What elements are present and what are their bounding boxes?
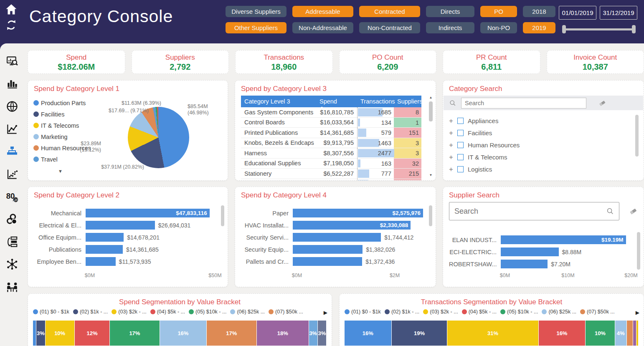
table-row[interactable]: Printed Publications$14,361,685 579 151 [241, 128, 421, 138]
tree-item-facilities[interactable]: +Facilities [449, 127, 520, 139]
segment[interactable]: 12% [75, 321, 110, 346]
category-search-input[interactable] [461, 98, 586, 109]
checkbox[interactable] [457, 154, 464, 160]
segment[interactable]: 16% [160, 321, 207, 346]
scroll-up-icon[interactable]: ▲ [428, 96, 434, 99]
table-row[interactable]: Cleaning Supplies$6,043,253 733 433 [241, 179, 421, 181]
segment[interactable]: 16% [345, 321, 392, 346]
grouped-circles-icon[interactable] [6, 213, 18, 225]
segment[interactable]: 19% [392, 321, 448, 346]
segment[interactable] [636, 321, 639, 346]
globe-icon[interactable] [6, 100, 18, 113]
slider-handle-right[interactable] [632, 25, 636, 33]
scroll-thumb[interactable] [429, 101, 433, 121]
tree-item-appliances[interactable]: +Appliances [449, 115, 520, 127]
bar[interactable] [86, 233, 124, 242]
segment[interactable]: 3% [318, 321, 327, 346]
segment[interactable]: 3% [309, 321, 318, 346]
bar[interactable] [501, 260, 548, 268]
checkbox[interactable] [457, 166, 464, 172]
table-row[interactable]: Stationery$6,522,287 777 215 [241, 169, 421, 179]
slider-handle-left[interactable] [562, 25, 566, 33]
expand-icon[interactable]: + [449, 153, 457, 162]
bar[interactable] [293, 257, 362, 266]
table-row[interactable]: Harness$8,307,556 2477 3 [241, 148, 421, 159]
segment[interactable]: 10% [46, 321, 75, 346]
search-icon[interactable] [606, 207, 615, 216]
pareto-80-20-icon[interactable]: 80 20 [6, 190, 18, 203]
expand-icon[interactable]: + [449, 117, 457, 125]
legend-item[interactable]: (04) $5k - ... [150, 309, 185, 315]
checkbox[interactable] [457, 118, 464, 124]
bar[interactable] [86, 257, 116, 266]
filter-non-po[interactable]: Non-PO [480, 22, 517, 33]
bar[interactable] [86, 245, 123, 254]
legend-item[interactable]: (02) $1k - ... [73, 309, 108, 315]
legend-item[interactable]: (02) $1k - ... [385, 309, 419, 315]
legend-item[interactable]: IT & Telecoms [33, 120, 91, 131]
legend-item[interactable]: (01) $0 - $1k [345, 309, 381, 315]
date-from-input[interactable] [559, 6, 596, 20]
bar-chart-icon[interactable] [6, 78, 18, 90]
scroll-down-icon[interactable]: ▼ [428, 173, 434, 177]
filter-diverse-suppliers[interactable]: Diverse Suppliers [226, 6, 287, 17]
tree-scrollbar[interactable] [635, 115, 639, 157]
scatter-icon[interactable] [6, 168, 18, 180]
filter-po[interactable]: PO [480, 6, 517, 17]
col-header-suppliers[interactable]: Suppliers [394, 98, 421, 105]
eraser-icon[interactable] [629, 207, 638, 216]
bar[interactable]: $2,575,976 [293, 209, 423, 217]
bar[interactable] [293, 233, 381, 242]
slider-track[interactable] [564, 28, 634, 30]
legend-item[interactable]: (07) $50k ... [580, 309, 615, 315]
legend-item[interactable]: (01) $0 - $1k [33, 309, 69, 315]
legend-item[interactable]: (05) $10k - ... [189, 309, 226, 315]
segment[interactable] [627, 321, 633, 346]
segment[interactable] [633, 321, 636, 346]
home-icon[interactable] [5, 3, 18, 15]
segment[interactable]: 17% [207, 321, 257, 346]
table-row[interactable]: Educational Supplies$7,198,050 163 32 [241, 159, 421, 169]
filter-addressable[interactable]: Addressable [292, 6, 353, 17]
tree-item-human-resources[interactable]: +Human Resources [449, 139, 520, 151]
chart-scrollbar[interactable] [429, 205, 432, 226]
hierarchy-icon[interactable] [6, 145, 18, 158]
date-to-input[interactable] [600, 6, 637, 20]
filter-non-contracted[interactable]: Non-Contracted [359, 22, 420, 33]
segment[interactable]: 4% [615, 321, 627, 346]
col-header-category[interactable]: Category Level 3 [241, 98, 316, 105]
trend-line-icon[interactable] [6, 123, 18, 135]
legend-item[interactable]: (03) $2k - ... [112, 309, 146, 315]
table-row[interactable]: Control Boards$16,033,564 134 1 [241, 118, 421, 128]
table-row[interactable]: Knobs, Bezels & Endcaps$9,913,795 1463 3 [241, 138, 421, 149]
supplier-search-input[interactable] [449, 207, 606, 216]
table-scrollbar[interactable]: ▲ ▼ [428, 96, 434, 177]
filter-indirects[interactable]: Indirects [426, 22, 474, 33]
filter-2018[interactable]: 2018 [523, 6, 555, 17]
bar[interactable]: $19.19M [501, 235, 626, 244]
bar[interactable] [501, 248, 559, 256]
process-flow-icon[interactable] [6, 235, 18, 248]
legend-item[interactable]: Travel [33, 154, 91, 165]
filter-2019[interactable]: 2019 [523, 22, 555, 33]
segment[interactable]: 18% [257, 321, 309, 346]
network-icon[interactable] [6, 258, 18, 270]
expand-icon[interactable]: + [449, 129, 457, 137]
expand-icon[interactable]: + [449, 165, 457, 174]
segment[interactable]: 16% [539, 321, 586, 346]
legend-item[interactable]: (06) $25k ... [542, 309, 576, 315]
segment[interactable]: 31% [447, 321, 538, 346]
tree-item-logistics[interactable]: +Logistics [449, 163, 520, 175]
legend-next-icon[interactable]: ▶ [636, 310, 639, 316]
chart-scrollbar[interactable] [221, 205, 224, 226]
bar[interactable] [293, 245, 363, 254]
refresh-icon[interactable] [5, 19, 18, 31]
eraser-icon[interactable] [598, 99, 606, 107]
bar[interactable]: $2,330,088 [293, 221, 411, 230]
legend-item[interactable]: (05) $10k - ... [500, 309, 538, 315]
filter-non-addressable[interactable]: Non-Addressable [292, 22, 353, 33]
legend-item[interactable]: Production Parts [33, 97, 91, 109]
col-header-transactions[interactable]: Transactions [357, 98, 394, 105]
bar[interactable] [86, 221, 155, 230]
segment[interactable]: 3% [36, 321, 45, 346]
